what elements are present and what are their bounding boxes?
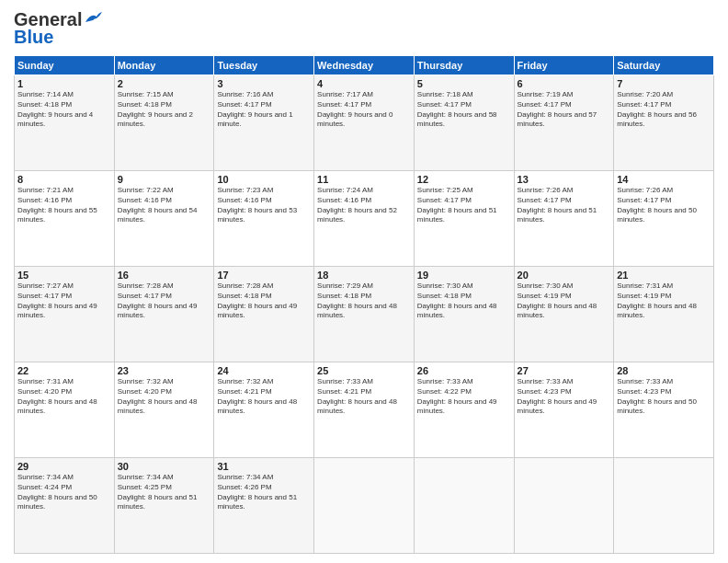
day-number: 13 [518, 174, 611, 185]
day-number: 10 [217, 174, 311, 185]
calendar-cell: 4Sunrise: 7:17 AMSunset: 4:17 PMDaylight… [314, 75, 415, 171]
calendar-cell: 25Sunrise: 7:33 AMSunset: 4:21 PMDayligh… [314, 362, 415, 458]
calendar-header-sunday: Sunday [15, 56, 115, 75]
day-info: Sunrise: 7:34 AMSunset: 4:24 PMDaylight:… [17, 473, 111, 512]
day-info: Sunrise: 7:19 AMSunset: 4:17 PMDaylight:… [518, 90, 611, 130]
day-info: Sunrise: 7:32 AMSunset: 4:20 PMDaylight:… [118, 377, 211, 417]
calendar-cell: 13Sunrise: 7:26 AMSunset: 4:17 PMDayligh… [514, 171, 614, 267]
day-number: 22 [17, 365, 111, 376]
day-number: 3 [217, 78, 311, 89]
day-info: Sunrise: 7:34 AMSunset: 4:25 PMDaylight:… [118, 473, 211, 512]
day-number: 8 [17, 174, 111, 185]
day-number: 9 [118, 174, 211, 185]
calendar-cell: 30Sunrise: 7:34 AMSunset: 4:25 PMDayligh… [114, 458, 214, 554]
logo-bird-icon [84, 11, 104, 26]
calendar-cell: 16Sunrise: 7:28 AMSunset: 4:17 PMDayligh… [114, 267, 214, 362]
day-number: 15 [17, 270, 111, 281]
day-number: 20 [518, 270, 611, 281]
day-info: Sunrise: 7:15 AMSunset: 4:18 PMDaylight:… [118, 90, 211, 130]
calendar-cell: 24Sunrise: 7:32 AMSunset: 4:21 PMDayligh… [214, 362, 314, 458]
calendar-cell: 12Sunrise: 7:25 AMSunset: 4:17 PMDayligh… [414, 171, 514, 267]
calendar-week-row: 8Sunrise: 7:21 AMSunset: 4:16 PMDaylight… [15, 171, 714, 267]
calendar-week-row: 22Sunrise: 7:31 AMSunset: 4:20 PMDayligh… [15, 362, 714, 458]
day-info: Sunrise: 7:29 AMSunset: 4:18 PMDaylight:… [317, 282, 411, 321]
calendar-cell: 17Sunrise: 7:28 AMSunset: 4:18 PMDayligh… [214, 267, 314, 362]
day-info: Sunrise: 7:16 AMSunset: 4:17 PMDaylight:… [217, 90, 311, 130]
calendar-cell [514, 458, 614, 554]
day-info: Sunrise: 7:26 AMSunset: 4:17 PMDaylight:… [518, 186, 611, 225]
calendar-cell: 27Sunrise: 7:33 AMSunset: 4:23 PMDayligh… [514, 362, 614, 458]
day-info: Sunrise: 7:20 AMSunset: 4:17 PMDaylight:… [617, 90, 711, 130]
calendar-cell: 26Sunrise: 7:33 AMSunset: 4:22 PMDayligh… [414, 362, 514, 458]
day-number: 2 [118, 78, 211, 89]
calendar-cell: 2Sunrise: 7:15 AMSunset: 4:18 PMDaylight… [114, 75, 214, 171]
calendar-cell: 11Sunrise: 7:24 AMSunset: 4:16 PMDayligh… [314, 171, 415, 267]
day-number: 31 [217, 461, 311, 472]
calendar-cell: 18Sunrise: 7:29 AMSunset: 4:18 PMDayligh… [314, 267, 415, 362]
day-number: 21 [617, 270, 711, 281]
day-info: Sunrise: 7:28 AMSunset: 4:18 PMDaylight:… [217, 282, 311, 321]
day-number: 30 [118, 461, 211, 472]
calendar-cell [614, 458, 714, 554]
day-info: Sunrise: 7:14 AMSunset: 4:18 PMDaylight:… [17, 90, 111, 130]
day-number: 24 [217, 365, 311, 376]
day-info: Sunrise: 7:31 AMSunset: 4:19 PMDaylight:… [617, 282, 711, 321]
calendar-cell [314, 458, 415, 554]
calendar-cell: 14Sunrise: 7:26 AMSunset: 4:17 PMDayligh… [614, 171, 714, 267]
day-info: Sunrise: 7:24 AMSunset: 4:16 PMDaylight:… [317, 186, 411, 225]
day-number: 23 [118, 365, 211, 376]
day-number: 6 [518, 78, 611, 89]
calendar-cell: 23Sunrise: 7:32 AMSunset: 4:20 PMDayligh… [114, 362, 214, 458]
day-info: Sunrise: 7:33 AMSunset: 4:22 PMDaylight:… [417, 377, 511, 417]
day-info: Sunrise: 7:26 AMSunset: 4:17 PMDaylight:… [617, 186, 711, 225]
day-info: Sunrise: 7:27 AMSunset: 4:17 PMDaylight:… [17, 282, 111, 321]
day-info: Sunrise: 7:22 AMSunset: 4:16 PMDaylight:… [118, 186, 211, 225]
day-info: Sunrise: 7:25 AMSunset: 4:17 PMDaylight:… [417, 186, 511, 225]
day-info: Sunrise: 7:18 AMSunset: 4:17 PMDaylight:… [417, 90, 511, 130]
calendar-header-row: SundayMondayTuesdayWednesdayThursdayFrid… [15, 56, 714, 75]
calendar-cell: 19Sunrise: 7:30 AMSunset: 4:18 PMDayligh… [414, 267, 514, 362]
day-info: Sunrise: 7:28 AMSunset: 4:17 PMDaylight:… [118, 282, 211, 321]
calendar-header-saturday: Saturday [614, 56, 714, 75]
day-info: Sunrise: 7:30 AMSunset: 4:18 PMDaylight:… [417, 282, 511, 321]
logo: General Blue [14, 9, 104, 48]
calendar-cell: 6Sunrise: 7:19 AMSunset: 4:17 PMDaylight… [514, 75, 614, 171]
logo-blue: Blue [14, 27, 53, 48]
calendar-cell: 9Sunrise: 7:22 AMSunset: 4:16 PMDaylight… [114, 171, 214, 267]
calendar-cell: 1Sunrise: 7:14 AMSunset: 4:18 PMDaylight… [15, 75, 115, 171]
calendar-cell: 3Sunrise: 7:16 AMSunset: 4:17 PMDaylight… [214, 75, 314, 171]
calendar-week-row: 1Sunrise: 7:14 AMSunset: 4:18 PMDaylight… [15, 75, 714, 171]
calendar-header-monday: Monday [114, 56, 214, 75]
calendar-cell: 5Sunrise: 7:18 AMSunset: 4:17 PMDaylight… [414, 75, 514, 171]
calendar-cell: 10Sunrise: 7:23 AMSunset: 4:16 PMDayligh… [214, 171, 314, 267]
day-info: Sunrise: 7:33 AMSunset: 4:23 PMDaylight:… [617, 377, 711, 417]
day-info: Sunrise: 7:34 AMSunset: 4:26 PMDaylight:… [217, 473, 311, 512]
day-number: 28 [617, 365, 711, 376]
day-number: 27 [518, 365, 611, 376]
calendar-cell: 15Sunrise: 7:27 AMSunset: 4:17 PMDayligh… [15, 267, 115, 362]
calendar-cell: 28Sunrise: 7:33 AMSunset: 4:23 PMDayligh… [614, 362, 714, 458]
day-number: 5 [417, 78, 511, 89]
day-number: 29 [17, 461, 111, 472]
day-number: 25 [317, 365, 411, 376]
day-number: 17 [217, 270, 311, 281]
page: General Blue SundayMondayTuesdayWednesda… [0, 0, 728, 563]
calendar-week-row: 29Sunrise: 7:34 AMSunset: 4:24 PMDayligh… [15, 458, 714, 554]
calendar-cell: 7Sunrise: 7:20 AMSunset: 4:17 PMDaylight… [614, 75, 714, 171]
day-info: Sunrise: 7:23 AMSunset: 4:16 PMDaylight:… [217, 186, 311, 225]
day-info: Sunrise: 7:32 AMSunset: 4:21 PMDaylight:… [217, 377, 311, 417]
calendar-header-thursday: Thursday [414, 56, 514, 75]
calendar-table: SundayMondayTuesdayWednesdayThursdayFrid… [14, 55, 714, 554]
calendar-cell: 20Sunrise: 7:30 AMSunset: 4:19 PMDayligh… [514, 267, 614, 362]
day-info: Sunrise: 7:33 AMSunset: 4:21 PMDaylight:… [317, 377, 411, 417]
header: General Blue [14, 9, 714, 48]
day-info: Sunrise: 7:33 AMSunset: 4:23 PMDaylight:… [518, 377, 611, 417]
day-info: Sunrise: 7:31 AMSunset: 4:20 PMDaylight:… [17, 377, 111, 417]
day-number: 26 [417, 365, 511, 376]
calendar-week-row: 15Sunrise: 7:27 AMSunset: 4:17 PMDayligh… [15, 267, 714, 362]
day-number: 1 [17, 78, 111, 89]
calendar-header-tuesday: Tuesday [214, 56, 314, 75]
calendar-cell: 29Sunrise: 7:34 AMSunset: 4:24 PMDayligh… [15, 458, 115, 554]
day-number: 7 [617, 78, 711, 89]
calendar-cell [414, 458, 514, 554]
